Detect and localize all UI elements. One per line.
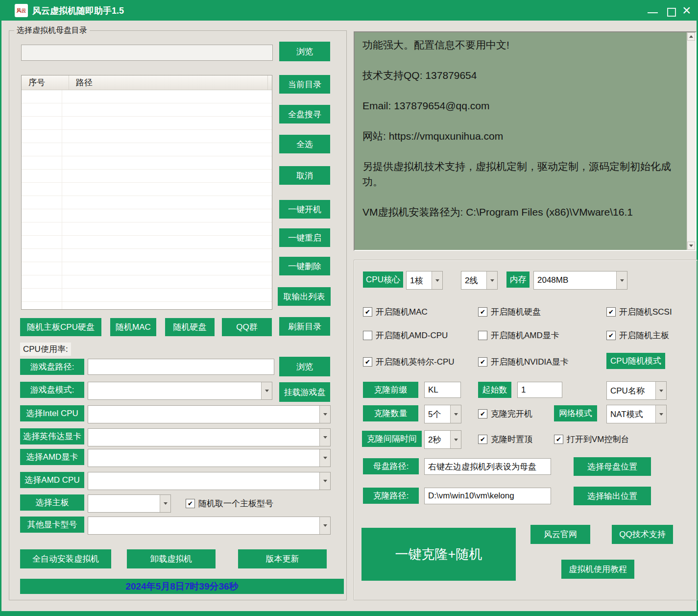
- random-board-cpu-disk-button[interactable]: 随机主板CPU硬盘: [20, 318, 101, 336]
- chevron-down-icon[interactable]: [655, 405, 666, 423]
- list-row[interactable]: [22, 262, 272, 275]
- intel-cpu-select[interactable]: [88, 405, 331, 423]
- game-disk-browse-button[interactable]: 浏览: [279, 357, 330, 376]
- memory-select[interactable]: 2048MB: [533, 271, 627, 290]
- choose-master-location-button[interactable]: 选择母盘位置: [574, 457, 651, 476]
- random-amd-gpu-checkbox[interactable]: [478, 331, 487, 340]
- random-nvidia-gpu-checkbox[interactable]: ✔: [478, 357, 487, 367]
- refresh-directory-button[interactable]: 刷新目录: [279, 317, 330, 336]
- other-gpu-select[interactable]: [88, 517, 331, 535]
- chevron-down-icon[interactable]: [486, 271, 497, 289]
- chevron-down-icon[interactable]: [319, 472, 330, 490]
- list-row[interactable]: [22, 170, 272, 183]
- list-row[interactable]: [22, 289, 272, 302]
- open-vm-console-checkbox[interactable]: ✔: [554, 435, 563, 444]
- one-key-restart-button[interactable]: 一键重启: [279, 228, 330, 247]
- close-icon[interactable]: ×: [682, 1, 691, 20]
- one-key-clone-random-button[interactable]: 一键克隆+随机: [361, 528, 516, 581]
- maximize-icon[interactable]: [667, 8, 676, 17]
- choose-output-location-button[interactable]: 选择输出位置: [574, 487, 651, 505]
- uninstall-vm-button[interactable]: 卸载虚拟机: [127, 549, 216, 568]
- list-row[interactable]: [22, 275, 272, 289]
- official-site-button[interactable]: 风云官网: [530, 525, 590, 544]
- vm-list-body[interactable]: [22, 90, 272, 309]
- list-row[interactable]: [22, 302, 272, 309]
- one-key-poweron-button[interactable]: 一键开机: [279, 200, 330, 219]
- chevron-down-icon[interactable]: [319, 517, 330, 534]
- random-amd-cpu-checkbox[interactable]: [363, 331, 372, 340]
- qq-group-button[interactable]: QQ群: [222, 318, 272, 336]
- master-disk-path-input[interactable]: 右键左边虚拟机列表设为母盘: [424, 458, 551, 475]
- list-row[interactable]: [22, 156, 272, 170]
- list-row[interactable]: [22, 249, 272, 262]
- game-disk-mode-select[interactable]: [88, 382, 272, 400]
- chevron-down-icon[interactable]: [319, 449, 330, 467]
- column-header-index[interactable]: 序号: [22, 75, 69, 90]
- list-row[interactable]: [22, 236, 272, 249]
- chevron-down-icon[interactable]: [319, 429, 330, 446]
- get-output-list-button[interactable]: 取输出列表: [278, 287, 331, 306]
- chevron-down-icon[interactable]: [160, 495, 170, 512]
- minimize-icon[interactable]: [648, 12, 658, 13]
- random-board-checkbox[interactable]: ✔: [606, 331, 616, 340]
- scroll-down-icon[interactable]: [687, 242, 695, 250]
- chevron-down-icon[interactable]: [319, 406, 330, 423]
- list-row[interactable]: [22, 143, 272, 156]
- chevron-down-icon[interactable]: [432, 271, 442, 289]
- list-row[interactable]: [22, 196, 272, 209]
- full-disk-search-button[interactable]: 全盘搜寻: [279, 105, 330, 123]
- cpu-random-mode-button[interactable]: CPU随机模式: [606, 353, 665, 369]
- chevron-down-icon[interactable]: [616, 271, 627, 289]
- info-scrollbar[interactable]: [687, 32, 696, 250]
- qq-support-button[interactable]: QQ技术支持: [612, 525, 673, 544]
- list-row[interactable]: [22, 117, 272, 130]
- topmost-on-clone-checkbox[interactable]: ✔: [478, 435, 487, 444]
- chevron-down-icon[interactable]: [450, 405, 461, 423]
- nvidia-gpu-select[interactable]: [88, 428, 331, 446]
- one-key-delete-button[interactable]: 一键删除: [279, 257, 330, 275]
- random-mainboard-model-checkbox[interactable]: ✔: [186, 499, 195, 508]
- list-row[interactable]: [22, 103, 272, 117]
- random-mac-checkbox[interactable]: ✔: [363, 307, 372, 317]
- column-header-path[interactable]: 路径: [69, 75, 268, 90]
- clone-prefix-input[interactable]: KL: [424, 382, 461, 398]
- start-number-input[interactable]: 1: [517, 382, 562, 398]
- select-all-button[interactable]: 全选: [279, 135, 330, 153]
- browse-button[interactable]: 浏览: [279, 42, 330, 61]
- list-row[interactable]: [22, 130, 272, 143]
- mainboard-select[interactable]: [88, 494, 171, 513]
- list-row[interactable]: [22, 209, 272, 222]
- random-scsi-checkbox[interactable]: ✔: [606, 307, 616, 317]
- version-update-button[interactable]: 版本更新: [238, 549, 327, 568]
- random-disk-checkbox[interactable]: ✔: [478, 307, 487, 317]
- clone-interval-select[interactable]: 2秒: [424, 430, 461, 449]
- current-directory-button[interactable]: 当前目录: [279, 75, 330, 94]
- chevron-down-icon[interactable]: [450, 431, 461, 448]
- clone-count-select[interactable]: 5个: [424, 405, 461, 423]
- network-mode-select[interactable]: NAT模式: [606, 405, 667, 423]
- amd-gpu-label: 选择AMD显卡: [20, 449, 84, 465]
- chevron-down-icon[interactable]: [261, 382, 272, 399]
- info-text[interactable]: 功能强大。配置信息不要用中文! 技术支持QQ: 137879654 Email:…: [355, 32, 687, 250]
- boot-after-clone-checkbox[interactable]: ✔: [478, 409, 487, 419]
- auto-install-vm-button[interactable]: 全自动安装虚拟机: [20, 549, 111, 568]
- scroll-up-icon[interactable]: [687, 32, 695, 41]
- cpu-core-select[interactable]: 1核: [406, 271, 443, 290]
- random-mac-button[interactable]: 随机MAC: [110, 318, 156, 336]
- amd-cpu-select[interactable]: [88, 472, 331, 490]
- master-dir-input[interactable]: [21, 45, 273, 61]
- game-disk-path-input[interactable]: [88, 359, 274, 375]
- vm-tutorial-button[interactable]: 虚拟机使用教程: [561, 560, 634, 579]
- list-row[interactable]: [22, 90, 272, 103]
- amd-gpu-select[interactable]: [88, 449, 331, 467]
- cpu-name-select[interactable]: CPU名称: [606, 381, 667, 400]
- list-row[interactable]: [22, 222, 272, 236]
- cancel-button[interactable]: 取消: [279, 166, 330, 185]
- clone-path-input[interactable]: D:\vm\win10\vm\kelong: [424, 488, 551, 504]
- mount-game-disk-button[interactable]: 挂载游戏盘: [279, 382, 330, 402]
- list-row[interactable]: [22, 183, 272, 196]
- random-intel-cpu-checkbox[interactable]: ✔: [363, 357, 372, 367]
- cpu-thread-select[interactable]: 2线: [461, 271, 498, 290]
- chevron-down-icon[interactable]: [655, 382, 666, 399]
- random-disk-button[interactable]: 随机硬盘: [165, 318, 215, 336]
